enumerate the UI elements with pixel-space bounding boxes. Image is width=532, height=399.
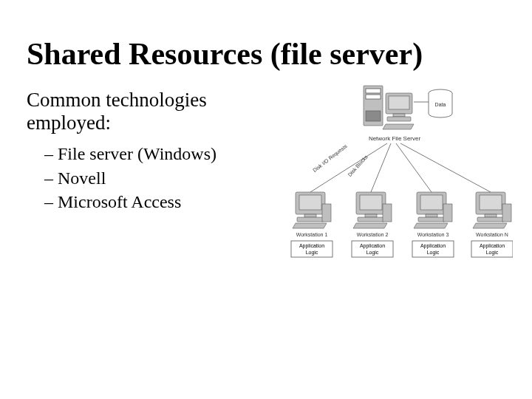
svg-rect-15 <box>304 214 316 217</box>
svg-rect-34 <box>477 217 504 222</box>
app-logic-label-1b: Logic <box>306 250 318 256</box>
workstation-2-label: Workstation 2 <box>357 232 389 237</box>
svg-rect-33 <box>485 214 497 217</box>
workstation-n-icon: Workstation N Application Logic <box>471 192 513 257</box>
svg-rect-28 <box>418 217 445 222</box>
svg-line-10 <box>371 143 391 192</box>
svg-rect-7 <box>387 117 411 121</box>
workstation-n-label: Workstation N <box>476 232 508 237</box>
svg-line-9 <box>310 143 387 192</box>
text-column: Common technologies employed: File serve… <box>27 89 248 214</box>
data-cylinder-icon: Data <box>429 89 452 117</box>
workstation-3-label: Workstation 3 <box>417 232 449 237</box>
bullet-list: File server (Windows) Novell Microsoft A… <box>44 142 248 214</box>
svg-rect-3 <box>366 111 381 121</box>
diagram-column: Data Network File Server Disk I/O Reques… <box>254 89 505 288</box>
svg-rect-35 <box>502 204 511 222</box>
svg-rect-14 <box>299 195 321 210</box>
svg-rect-20 <box>360 195 382 210</box>
workstation-1-label: Workstation 1 <box>296 232 328 237</box>
server-monitor-icon <box>383 93 414 129</box>
svg-rect-23 <box>383 204 392 222</box>
server-tower-icon <box>364 86 383 126</box>
network-diagram-icon: Data Network File Server Disk I/O Reques… <box>276 80 513 279</box>
workstation-3-icon: Workstation 3 Application Logic <box>412 192 454 257</box>
svg-rect-6 <box>393 114 405 117</box>
app-logic-label-nb: Logic <box>486 250 499 256</box>
disk-io-label: Disk I/O Requests <box>312 143 349 174</box>
app-logic-label-2b: Logic <box>366 250 379 256</box>
svg-rect-29 <box>443 204 452 222</box>
slide-title: Shared Resources (file server) <box>27 37 505 71</box>
app-logic-label-na: Application <box>480 243 505 249</box>
bullet-item-access: Microsoft Access <box>44 190 248 214</box>
bullet-item-novell: Novell <box>44 166 248 190</box>
svg-rect-5 <box>389 96 409 109</box>
app-logic-label-1a: Application <box>299 243 324 249</box>
server-label: Network File Server <box>369 135 421 142</box>
subheading: Common technologies employed: <box>27 89 248 134</box>
bullet-item-file-server: File server (Windows) <box>44 142 248 166</box>
svg-rect-17 <box>322 204 331 222</box>
app-logic-label-3a: Application <box>420 243 446 249</box>
svg-rect-16 <box>297 217 324 222</box>
workstation-1-icon: Workstation 1 Application Logic <box>291 192 332 257</box>
svg-rect-32 <box>480 195 502 210</box>
app-logic-label-3b: Logic <box>427 250 440 256</box>
svg-rect-27 <box>426 214 437 217</box>
disk-blocks-label: Disk Blocks <box>347 154 369 177</box>
app-logic-label-2a: Application <box>360 243 385 249</box>
slide: Shared Resources (file server) Common te… <box>0 0 532 399</box>
svg-rect-21 <box>365 214 377 217</box>
data-cylinder-label: Data <box>435 102 446 107</box>
svg-rect-2 <box>366 95 381 99</box>
svg-rect-22 <box>358 217 384 222</box>
svg-rect-26 <box>420 195 443 210</box>
content-row: Common technologies employed: File serve… <box>27 89 505 288</box>
workstation-2-icon: Workstation 2 Application Logic <box>352 192 393 257</box>
svg-rect-1 <box>366 89 381 93</box>
